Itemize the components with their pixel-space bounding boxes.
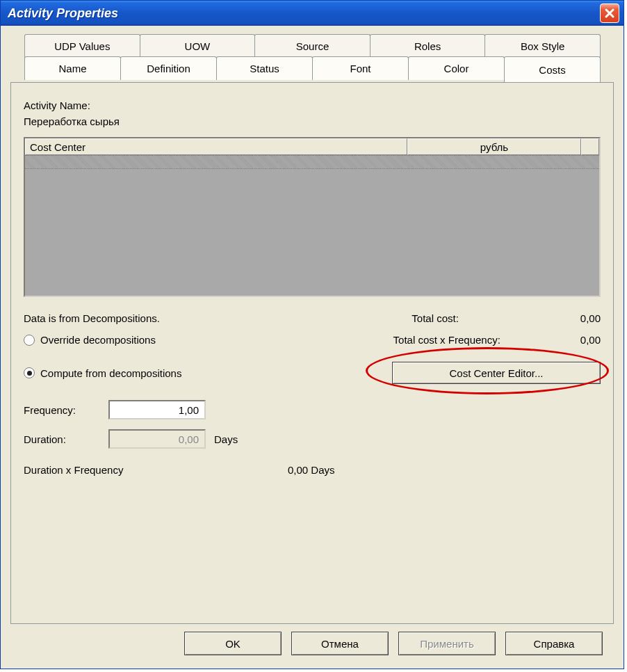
tcf-label: Total cost x Frequency:: [393, 334, 500, 346]
radio-compute-label: Compute from decompositions: [40, 367, 181, 379]
cost-center-grid[interactable]: Cost Center рубль: [24, 137, 601, 297]
tab-color[interactable]: Color: [408, 56, 505, 80]
apply-button: Применить: [398, 632, 496, 655]
tab-udp-values[interactable]: UDP Values: [24, 34, 140, 58]
tab-definition[interactable]: Definition: [120, 56, 217, 80]
tab-font[interactable]: Font: [312, 56, 409, 80]
grid-body[interactable]: [25, 155, 599, 296]
decomp-note: Data is from Decompositions.: [24, 312, 305, 324]
close-button[interactable]: [600, 3, 619, 23]
tab-box-style[interactable]: Box Style: [484, 34, 601, 58]
help-button[interactable]: Справка: [505, 632, 603, 655]
tab-name[interactable]: Name: [24, 56, 121, 80]
col-currency[interactable]: рубль: [407, 138, 581, 155]
total-cost-value: 0,00: [545, 312, 601, 324]
tab-uow[interactable]: UOW: [140, 34, 256, 58]
tab-panel-costs: Activity Name: Переработка сырья Cost Ce…: [10, 82, 614, 624]
frequency-input[interactable]: [108, 400, 206, 419]
client-area: UDP Values UOW Source Roles Box Style Na…: [1, 26, 624, 669]
col-spacer: [581, 138, 599, 155]
radio-override-label: Override decompositions: [40, 334, 156, 346]
radio-override[interactable]: [24, 335, 35, 346]
dxf-label: Duration x Frequency: [24, 464, 288, 476]
ok-button[interactable]: OK: [184, 632, 282, 655]
duration-unit: Days: [214, 433, 291, 445]
frequency-label: Frequency:: [24, 404, 100, 416]
activity-name-label: Activity Name:: [24, 99, 601, 111]
tab-strip: UDP Values UOW Source Roles Box Style Na…: [10, 34, 614, 83]
dialog-window: Activity Properties UDP Values UOW Sourc…: [0, 0, 624, 669]
cost-center-editor-button[interactable]: Cost Center Editor...: [392, 362, 601, 384]
tab-source[interactable]: Source: [254, 34, 370, 58]
close-icon: [604, 8, 615, 19]
window-title: Activity Properties: [8, 6, 600, 21]
radio-compute-row[interactable]: Compute from decompositions: [24, 355, 305, 390]
tab-status[interactable]: Status: [216, 56, 313, 80]
col-cost-center[interactable]: Cost Center: [25, 138, 407, 155]
titlebar: Activity Properties: [1, 1, 624, 26]
grid-header: Cost Center рубль: [25, 138, 599, 155]
tcf-value: 0,00: [545, 334, 601, 346]
tab-costs[interactable]: Costs: [504, 56, 601, 83]
tab-roles[interactable]: Roles: [370, 34, 486, 58]
duration-label: Duration:: [24, 433, 100, 445]
duration-input: [108, 429, 206, 449]
radio-override-row[interactable]: Override decompositions: [24, 334, 305, 346]
total-cost-label: Total cost:: [412, 312, 459, 324]
grid-selected-row[interactable]: [25, 155, 599, 169]
button-bar: OK Отмена Применить Справка: [10, 624, 614, 663]
cancel-button[interactable]: Отмена: [291, 632, 389, 655]
dxf-value: 0,00 Days: [288, 464, 335, 476]
activity-name-value: Переработка сырья: [24, 115, 601, 127]
radio-compute[interactable]: [24, 367, 35, 378]
